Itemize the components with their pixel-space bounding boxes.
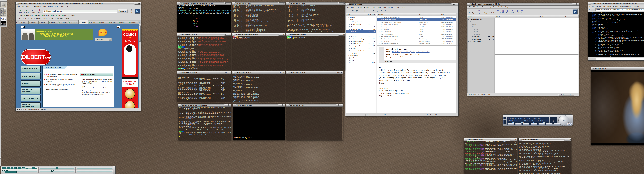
xchat-applet[interactable]: Xchat [0,17,6,21]
comics-list-dropdown[interactable]: Comics List▼ [95,38,112,41]
browser-tab[interactable]: ▰Distrib... [98,20,108,24]
column-header-sender[interactable]: Sender [539,15,563,18]
menu-item[interactable]: File [347,6,350,8]
irc-icon[interactable]: Z [25,109,26,110]
minimize-button[interactable]: – [279,104,281,106]
message-entry[interactable] [596,58,644,60]
toolbar-icon[interactable]: ↻ [380,10,383,12]
folder-row[interactable]: ✉demon.service.isdn015 [346,28,376,30]
folder-row[interactable]: ✉arbitrary.discussion03 [346,21,376,23]
terminal-titlebar[interactable]: david@niamh:~ (pts/0) –▫✕ [518,138,571,141]
navigator-icon[interactable]: ✺ [17,109,18,110]
window-menu-icon[interactable] [233,2,234,4]
article-row[interactable]: ●Re: Wanted: web designerOwen Rudge2002-… [377,23,458,26]
menu-item[interactable]: Help [55,6,58,7]
folder-row[interactable]: ✉news.chat0456 [346,30,376,33]
menu-item[interactable]: Window [48,6,53,7]
mail-toolbar-button[interactable]: ✎Compose [476,10,482,14]
column-header-subject[interactable]: Subject [377,14,417,16]
close-button[interactable]: ✕ [283,72,285,73]
store-link[interactable]: Mints [82,85,113,87]
page-scrollbar[interactable]: ▲ [139,24,141,108]
topic-right-arrow[interactable]: ▸ [593,8,595,11]
sidenav-button[interactable]: COMIC ARCHIVE [21,66,40,72]
close-button[interactable]: ✕ [229,104,230,106]
toolbar-icon[interactable]: » [368,10,371,12]
print-button[interactable]: ⎙Print [128,9,134,13]
terminal-titlebar[interactable]: david@niamh:~ (pts/8) –▫✕ [232,71,285,74]
maximize-button[interactable]: ▫ [227,34,229,36]
feature-link[interactable]: graduation card [58,79,67,80]
workspace-6[interactable] [76,170,113,174]
window-menu-icon[interactable] [287,34,288,36]
menu-item[interactable]: Scoring [388,6,393,8]
article-scrollbar[interactable] [456,46,458,113]
terminal-titlebar[interactable]: david@tailtiu:~ (pts/10) –▫✕ [233,104,285,106]
launcher-icon[interactable]: ✉ [0,14,3,16]
window-menu-icon[interactable] [177,34,179,36]
scrollbar-thumb[interactable] [139,26,140,42]
terminal-titlebar[interactable]: david@niamh:~ (pts/17) –▫✕ [177,34,231,36]
folder-row[interactable]: ✉vgj.forum0611 [346,52,376,54]
window-menu-icon[interactable] [346,4,348,5]
top-ad-banner[interactable]: MENTORS ARE...MAKING THE WORLD A BETTERP… [21,29,94,40]
bookmark-button[interactable]: ▰Google [68,15,74,16]
close-button[interactable]: ✕ [340,72,342,73]
minimize-button[interactable]: – [226,72,227,73]
terminal-output[interactable]: send_sock: Connection refusedsend_sock: … [232,74,285,102]
browser-tab[interactable]: ▰BBC Ne... [39,20,48,24]
menu-item[interactable]: Tools [43,6,46,7]
menu-item[interactable]: QA [66,6,68,7]
pager-window[interactable] [53,170,54,171]
bookmark-button[interactable]: ▰Bookmarks [24,15,33,16]
window-menu-icon[interactable] [588,3,590,4]
browser-tab[interactable]: ▰The Reg... [58,20,68,24]
composer-icon[interactable]: ✎ [472,94,474,95]
mail-toolbar-button[interactable]: ✗Delete [510,10,514,14]
menu-item[interactable]: View [356,6,359,8]
search-button[interactable]: 🔦Search [118,10,128,13]
sidenav-button[interactable]: GAMES [21,80,40,86]
minimize-button[interactable]: – [573,3,575,5]
menu-item[interactable]: Settings [395,6,400,8]
mail-toolbar-button[interactable]: ↷Forward [496,10,500,14]
maximize-button[interactable]: ▫ [339,72,340,73]
terminal-output[interactable]: performing 'apt-get update' on web.uml-m… [177,36,231,70]
browser-tab[interactable]: ▰davidco... [19,20,28,24]
menu-item[interactable]: Settings [613,6,618,7]
column-header-date[interactable]: Date [563,15,578,18]
menu-item[interactable]: Go [482,6,484,8]
pager-window[interactable] [35,168,37,169]
close-button[interactable]: ✕ [577,3,578,5]
window-menu-icon[interactable] [233,72,234,73]
maximize-button[interactable]: ▫ [281,72,283,73]
pager-window[interactable] [11,168,13,169]
terminal-output[interactable]: 0djc-gate.uml-echaid.dmz ether FE:FD:0A:… [177,74,231,102]
mixer-icon[interactable]: ↕↕ [504,120,506,122]
url-bar[interactable]: 🗎http://www.dilbert.com/ [43,10,117,13]
launcher-icon[interactable]: ▤ [0,9,3,11]
comics-com-logo[interactable]: comics.com [98,28,107,36]
back-button[interactable]: ◀Back [18,9,23,13]
left-edge-panel-knob[interactable] [0,156,1,159]
scroll-up-arrow[interactable]: ▲ [139,24,141,26]
bookmark-button[interactable]: ▰Fun [56,15,60,16]
article-row[interactable]: ✔Re: sad gameMatthew Cegielka2002-06-15 … [377,40,458,42]
menu-item[interactable]: X-Chat [589,6,594,7]
minimize-button[interactable]: – [339,34,341,36]
online-status-icon[interactable]: ⚌⚍ [574,94,578,95]
sidenav-button[interactable]: THE CHARACTERS [21,95,40,101]
column-header-date[interactable]: Date [440,14,458,16]
terminal-output[interactable] [286,74,342,102]
topic-left-arrow[interactable]: ◂ [591,8,593,11]
maximize-button[interactable]: ▫ [454,4,456,5]
menu-item[interactable]: Message [486,6,492,8]
menu-item[interactable]: Tools [494,6,497,8]
mail-folder-row[interactable]: ▤sent-mail6370 [468,35,494,38]
pager-window[interactable] [7,168,10,169]
site-nav-button[interactable]: ≋First [28,18,32,20]
header-scrollbar[interactable] [456,14,458,45]
sidenav-button[interactable]: DESKTOP DIVERSIONS [21,102,40,108]
maximize-button[interactable]: ▫ [567,139,569,140]
close-button[interactable]: ✕ [229,72,231,73]
